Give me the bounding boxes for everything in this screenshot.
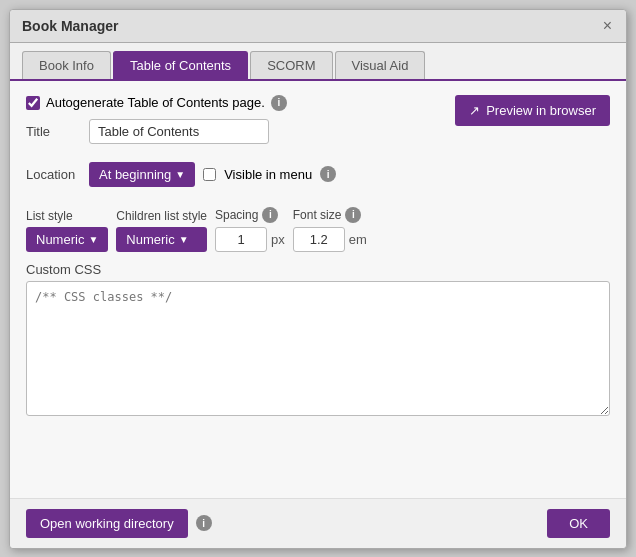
list-style-dropdown[interactable]: Numeric ▼	[26, 227, 108, 252]
autogenerate-info-icon[interactable]: i	[271, 95, 287, 111]
location-row: Location At beginning ▼ Visible in menu …	[26, 162, 336, 187]
preview-btn-label: Preview in browser	[486, 103, 596, 118]
book-manager-dialog: Book Manager × Book Info Table of Conten…	[9, 9, 627, 549]
top-row: Autogenerate Table of Contents page. i T…	[26, 95, 610, 197]
children-list-style-value: Numeric	[126, 232, 174, 247]
dialog-body: Autogenerate Table of Contents page. i T…	[10, 79, 626, 498]
font-size-info-icon[interactable]: i	[345, 207, 361, 223]
open-working-directory-button[interactable]: Open working directory	[26, 509, 188, 538]
font-size-group: Font size i em	[293, 207, 367, 252]
title-label: Title	[26, 124, 81, 139]
tab-bar: Book Info Table of Contents SCORM Visual…	[10, 43, 626, 79]
list-style-group: List style Numeric ▼	[26, 209, 108, 252]
autogenerate-label: Autogenerate Table of Contents page.	[46, 95, 265, 110]
location-value: At beginning	[99, 167, 171, 182]
title-input[interactable]	[89, 119, 269, 144]
preview-in-browser-button[interactable]: ↗ Preview in browser	[455, 95, 610, 126]
autogenerate-row: Autogenerate Table of Contents page. i	[26, 95, 336, 111]
title-row: Title	[26, 119, 336, 144]
tab-table-of-contents[interactable]: Table of Contents	[113, 51, 248, 79]
spacing-group: Spacing i px	[215, 207, 285, 252]
dialog-title: Book Manager	[22, 18, 118, 34]
location-label: Location	[26, 167, 81, 182]
font-size-input[interactable]	[293, 227, 345, 252]
children-list-style-dropdown[interactable]: Numeric ▼	[116, 227, 207, 252]
spacing-unit: px	[271, 232, 285, 247]
font-size-unit: em	[349, 232, 367, 247]
children-style-arrow-icon: ▼	[179, 234, 189, 245]
list-style-arrow-icon: ▼	[88, 234, 98, 245]
font-size-label: Font size	[293, 208, 342, 222]
open-dir-info-icon[interactable]: i	[196, 515, 212, 531]
visible-menu-info-icon[interactable]: i	[320, 166, 336, 182]
custom-css-label: Custom CSS	[26, 262, 610, 277]
visible-in-menu-checkbox[interactable]	[203, 168, 216, 181]
custom-css-textarea[interactable]	[26, 281, 610, 416]
children-list-style-label: Children list style	[116, 209, 207, 223]
visible-in-menu-label: Visible in menu	[224, 167, 312, 182]
spacing-info-icon[interactable]: i	[262, 207, 278, 223]
autogenerate-checkbox[interactable]	[26, 96, 40, 110]
spacing-input[interactable]	[215, 227, 267, 252]
custom-css-section: Custom CSS	[26, 262, 610, 419]
spacing-label: Spacing	[215, 208, 258, 222]
tab-visual-aid[interactable]: Visual Aid	[335, 51, 426, 79]
close-button[interactable]: ×	[601, 18, 614, 34]
children-list-style-group: Children list style Numeric ▼	[116, 209, 207, 252]
list-style-value: Numeric	[36, 232, 84, 247]
tab-book-info[interactable]: Book Info	[22, 51, 111, 79]
footer-left: Open working directory i	[26, 509, 212, 538]
list-style-label: List style	[26, 209, 108, 223]
external-link-icon: ↗	[469, 103, 480, 118]
location-dropdown[interactable]: At beginning ▼	[89, 162, 195, 187]
title-bar: Book Manager ×	[10, 10, 626, 43]
ok-button[interactable]: OK	[547, 509, 610, 538]
style-row: List style Numeric ▼ Children list style…	[26, 207, 610, 252]
dropdown-arrow-icon: ▼	[175, 169, 185, 180]
left-col: Autogenerate Table of Contents page. i T…	[26, 95, 336, 197]
dialog-footer: Open working directory i OK	[10, 498, 626, 548]
tab-scorm[interactable]: SCORM	[250, 51, 332, 79]
